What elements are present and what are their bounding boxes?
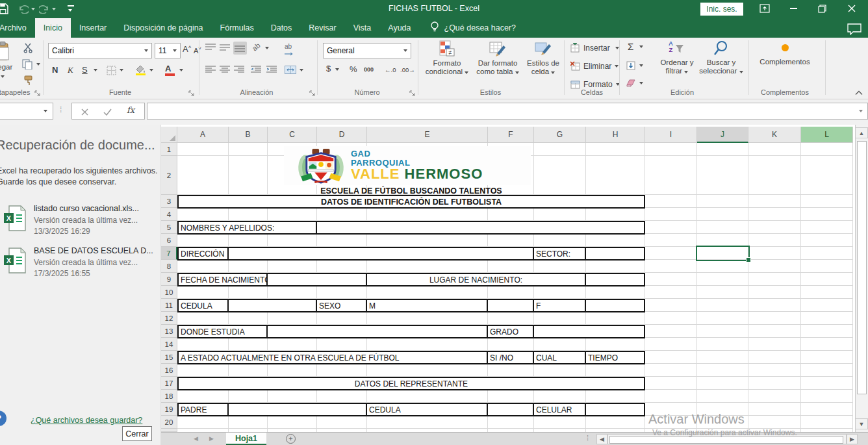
- vertical-scrollbar[interactable]: ▲ ▼: [855, 125, 868, 432]
- form-cell-empty[interactable]: [268, 325, 488, 338]
- ribbon-tab-ayuda[interactable]: Ayuda: [379, 18, 419, 38]
- cell-styles-button[interactable]: Estilos decelda: [524, 40, 563, 76]
- increase-font-icon[interactable]: A˄: [183, 44, 191, 54]
- column-header-C[interactable]: C: [268, 127, 317, 143]
- column-header-J[interactable]: J: [697, 127, 748, 143]
- hscroll-right-icon[interactable]: ▶: [847, 434, 858, 444]
- form-cell-empty[interactable]: [229, 403, 367, 416]
- formula-expand-caret-icon[interactable]: [859, 110, 863, 112]
- name-box[interactable]: [0, 103, 53, 120]
- hscroll-thumb[interactable]: [609, 436, 843, 444]
- form-cell-celular[interactable]: CELULAR: [534, 403, 586, 416]
- merge-caret-icon[interactable]: [300, 69, 303, 71]
- row-header-6[interactable]: 6: [161, 234, 177, 247]
- hscroll-left-icon[interactable]: ◀: [596, 434, 607, 444]
- font-name-combo[interactable]: Calibri: [48, 43, 152, 58]
- autosum-caret-icon[interactable]: [639, 45, 643, 48]
- clear-icon[interactable]: [626, 79, 635, 89]
- column-header-B[interactable]: B: [229, 127, 268, 143]
- form-cell-empty[interactable]: [586, 247, 645, 261]
- form-cell-f[interactable]: F: [534, 299, 586, 312]
- form-cell-empty[interactable]: [586, 273, 645, 286]
- alignment-dialog-launcher-icon[interactable]: [309, 89, 316, 95]
- ribbon-tab-inicio[interactable]: Inicio: [35, 18, 71, 38]
- orientation-caret-icon[interactable]: [265, 47, 269, 49]
- form-cell-empty[interactable]: [488, 403, 534, 416]
- fill-handle[interactable]: [746, 257, 751, 262]
- addins-button[interactable]: Complementos: [754, 40, 816, 66]
- column-header-H[interactable]: H: [586, 127, 645, 143]
- which-files-link[interactable]: ¿Qué archivos desea guardar?: [31, 416, 142, 425]
- autosum-icon[interactable]: Σ: [628, 41, 633, 52]
- row-header-8[interactable]: 8: [161, 260, 177, 273]
- wrap-text-icon[interactable]: ab: [285, 43, 294, 57]
- form-cell-empty[interactable]: [268, 273, 367, 286]
- ribbon-tab-vista[interactable]: Vista: [345, 18, 380, 38]
- decrease-indent-icon[interactable]: [251, 66, 262, 74]
- row-header-partial[interactable]: [161, 429, 177, 432]
- form-cell-sector[interactable]: SECTOR:: [534, 247, 586, 261]
- row-header-12[interactable]: 12: [161, 312, 177, 325]
- align-bottom-icon[interactable]: [233, 42, 247, 55]
- format-cells-button[interactable]: Formato: [570, 79, 620, 89]
- underline-button[interactable]: S: [82, 65, 88, 75]
- decrease-font-icon[interactable]: A˅: [194, 45, 201, 55]
- row-header-19[interactable]: 19: [161, 403, 177, 416]
- row-header-5[interactable]: 5: [161, 221, 177, 234]
- ribbon-tab-datos[interactable]: Datos: [262, 18, 301, 38]
- ribbon-tab-archivo[interactable]: Archivo: [0, 18, 35, 38]
- formula-bar-splitter[interactable]: ⁞: [60, 105, 61, 114]
- name-box-caret-icon[interactable]: [44, 110, 47, 112]
- align-center-icon[interactable]: [220, 66, 231, 74]
- currency-caret-icon[interactable]: [335, 68, 339, 71]
- font-dialog-launcher-icon[interactable]: [188, 89, 195, 95]
- align-right-icon[interactable]: [234, 66, 245, 74]
- column-header-A[interactable]: A: [177, 127, 229, 143]
- align-left-icon[interactable]: [205, 66, 216, 74]
- select-all-corner[interactable]: [161, 127, 177, 143]
- format-painter-icon[interactable]: [23, 75, 33, 88]
- font-size-combo[interactable]: 11: [155, 43, 181, 58]
- comment-icon[interactable]: [847, 23, 862, 38]
- font-color-icon[interactable]: A: [165, 64, 175, 76]
- vscroll-thumb[interactable]: [857, 141, 867, 394]
- column-header-D[interactable]: D: [317, 127, 367, 143]
- form-cell-empty[interactable]: [229, 299, 317, 312]
- tell-me-search[interactable]: ¿Qué desea hacer?: [430, 18, 517, 38]
- ribbon-display-options-icon[interactable]: [754, 0, 776, 17]
- form-cell-cedula[interactable]: CEDULA: [177, 299, 229, 312]
- cancel-entry-icon[interactable]: [81, 107, 88, 118]
- selected-cell-J7[interactable]: [696, 246, 750, 261]
- form-cell-cual[interactable]: CUAL: [534, 351, 586, 364]
- row-header-10[interactable]: 10: [161, 286, 177, 299]
- copy-icon[interactable]: [22, 59, 32, 71]
- merge-center-icon[interactable]: [285, 66, 296, 76]
- form-cell-si-no[interactable]: SI /NO: [488, 351, 534, 364]
- fill-icon[interactable]: [626, 61, 635, 72]
- fill-color-icon[interactable]: [135, 65, 146, 77]
- enter-entry-icon[interactable]: [103, 107, 112, 118]
- row-header-11[interactable]: 11: [161, 299, 177, 312]
- row-header-14[interactable]: 14: [161, 338, 177, 351]
- insert-function-icon[interactable]: fx: [127, 105, 134, 115]
- paste-button[interactable]: Pegar: [0, 40, 19, 84]
- italic-button[interactable]: K: [68, 65, 73, 75]
- bold-button[interactable]: N: [52, 65, 58, 75]
- row-header-20[interactable]: 20: [161, 416, 177, 429]
- comma-format-icon[interactable]: 000: [364, 66, 374, 73]
- format-as-table-button[interactable]: Dar formatocomo tabla: [473, 40, 522, 76]
- row-header-15[interactable]: 15: [161, 351, 177, 364]
- ribbon-tab-disposición-de-página[interactable]: Disposición de página: [115, 18, 211, 38]
- sheet-nav-left-icon[interactable]: ◀: [194, 435, 198, 442]
- increase-indent-icon[interactable]: [266, 66, 277, 74]
- logo-image[interactable]: GAD PARROQUIAL VALLE HERMOSO: [284, 146, 531, 185]
- column-header-L[interactable]: L: [801, 127, 853, 143]
- form-cell-cedula[interactable]: CEDULA: [367, 403, 488, 416]
- align-top-icon[interactable]: [205, 44, 216, 52]
- row-header-16[interactable]: 16: [161, 364, 177, 377]
- column-header-G[interactable]: G: [534, 127, 586, 143]
- recovered-file-item[interactable]: X listado curso vacacional.xls... Versió…: [0, 204, 160, 244]
- column-header-E[interactable]: E: [367, 127, 488, 143]
- row-header-1[interactable]: 1: [161, 143, 177, 156]
- font-color-caret-icon[interactable]: [179, 69, 183, 71]
